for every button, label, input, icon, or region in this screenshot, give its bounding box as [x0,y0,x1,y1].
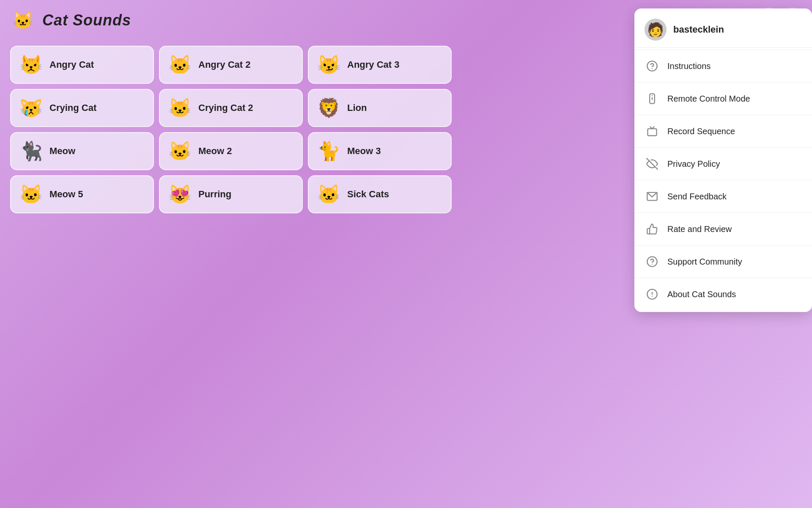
sound-label-purring: Purring [198,189,231,200]
menu-divider-1 [634,82,812,83]
sound-emoji-lion: 🦁 [317,97,340,119]
menu-item-rate-review[interactable]: Rate and Review [634,215,812,243]
sound-emoji-meow-5: 🐱 [19,183,43,205]
menu-divider-6 [634,245,812,246]
record-icon [645,124,660,139]
sound-card-angry-cat-2[interactable]: 🐱Angry Cat 2 [159,46,303,84]
menu-item-label-send-feedback: Send Feedback [667,192,727,202]
sound-emoji-crying-cat-2: 🐱 [168,97,192,119]
menu-divider-3 [634,147,812,148]
menu-item-send-feedback[interactable]: Send Feedback [634,182,812,211]
sound-label-crying-cat-2: Crying Cat 2 [198,102,253,113]
sound-emoji-angry-cat: 😾 [19,54,43,76]
sound-card-meow-2[interactable]: 🐱Meow 2 [159,132,303,170]
user-name: bastecklein [673,24,724,35]
menu-divider-7 [634,278,812,278]
sound-label-lion: Lion [347,102,367,113]
menu-item-privacy-policy[interactable]: Privacy Policy [634,149,812,178]
sound-card-angry-cat-3[interactable]: 😼Angry Cat 3 [308,46,452,84]
menu-item-instructions[interactable]: Instructions [634,52,812,80]
sound-label-sick-cats: Sick Cats [347,189,389,200]
menu-item-support-community[interactable]: Support Community [634,247,812,276]
sound-label-crying-cat: Crying Cat [49,102,96,113]
help-circle-icon [645,58,660,74]
sound-card-crying-cat-2[interactable]: 🐱Crying Cat 2 [159,89,303,127]
sound-card-meow[interactable]: 🐈‍⬛Meow [10,132,154,170]
menu-divider-4 [634,180,812,180]
menu-item-label-privacy-policy: Privacy Policy [667,159,720,169]
sound-card-sick-cats[interactable]: 🐱Sick Cats [308,175,452,213]
menu-divider-2 [634,115,812,115]
sound-emoji-angry-cat-3: 😼 [317,54,340,76]
user-avatar: 🧑 [645,19,667,41]
sound-emoji-crying-cat: 😿 [19,97,43,119]
menu-item-label-instructions: Instructions [667,61,710,71]
app-logo: 🐱 [10,8,36,33]
help-circle-icon [645,254,660,269]
menu-item-about[interactable]: About Cat Sounds [634,280,812,309]
menu-item-record-sequence[interactable]: Record Sequence [634,117,812,146]
sound-emoji-meow: 🐈‍⬛ [19,140,43,162]
sound-label-meow: Meow [49,146,75,157]
sound-label-angry-cat-2: Angry Cat 2 [198,59,250,70]
info-icon [645,287,660,302]
sound-card-meow-3[interactable]: 🐈Meow 3 [308,132,452,170]
sound-label-meow-3: Meow 3 [347,146,381,157]
menu-item-label-support-community: Support Community [667,257,742,267]
sound-card-crying-cat[interactable]: 😿Crying Cat [10,89,154,127]
sound-emoji-meow-2: 🐱 [168,140,192,162]
sound-card-purring[interactable]: 😻Purring [159,175,303,213]
sound-emoji-angry-cat-2: 🐱 [168,54,192,76]
sound-emoji-sick-cats: 🐱 [317,183,340,205]
sound-label-angry-cat-3: Angry Cat 3 [347,59,399,70]
menu-item-label-rate-review: Rate and Review [667,224,732,234]
sound-card-meow-5[interactable]: 🐱Meow 5 [10,175,154,213]
eye-off-icon [645,156,660,171]
menu-divider-5 [634,213,812,213]
sound-emoji-meow-3: 🐈 [317,140,340,162]
sound-emoji-purring: 😻 [168,183,192,205]
dropdown-menu: 🧑 bastecklein InstructionsRemote Control… [634,8,812,312]
menu-item-label-record-sequence: Record Sequence [667,127,735,136]
sound-label-angry-cat: Angry Cat [49,59,94,70]
menu-item-label-remote-control: Remote Control Mode [667,94,750,104]
menu-divider-0 [634,50,812,50]
sound-card-angry-cat[interactable]: 😾Angry Cat [10,46,154,84]
remote-icon [645,91,660,106]
mail-icon [645,189,660,204]
sound-card-lion[interactable]: 🦁Lion [308,89,452,127]
app-title: Cat Sounds [42,11,131,29]
thumbs-up-icon [645,221,660,237]
menu-item-label-about: About Cat Sounds [667,290,736,299]
menu-item-remote-control[interactable]: Remote Control Mode [634,84,812,113]
svg-rect-10 [648,129,657,135]
menu-user-row: 🧑 bastecklein [634,12,812,48]
sound-label-meow-5: Meow 5 [49,189,83,200]
sound-label-meow-2: Meow 2 [198,146,232,157]
